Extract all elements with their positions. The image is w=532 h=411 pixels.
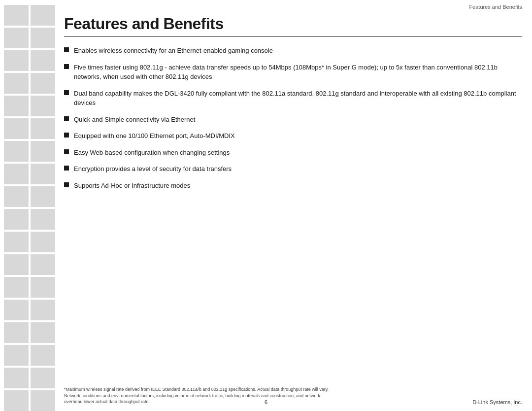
list-item: Equipped with one 10/100 Ethernet port, … <box>64 131 522 141</box>
grid-square <box>31 141 55 162</box>
grid-square <box>4 209 29 230</box>
grid-square <box>4 96 29 116</box>
grid-square <box>31 368 55 388</box>
grid-square <box>31 118 55 139</box>
bullet-text: Equipped with one 10/100 Ethernet port, … <box>74 131 522 141</box>
bullet-text: Easy Web-based configuration when changi… <box>74 148 522 158</box>
bullet-icon <box>64 182 69 187</box>
bullet-text: Enables wireless connectivity for an Eth… <box>74 46 522 56</box>
grid-square <box>31 5 55 26</box>
page-title: Features and Benefits <box>64 15 522 33</box>
list-item: Quick and Simple connectivity via Ethern… <box>64 115 522 125</box>
list-item: Five times faster using 802.11g - achiev… <box>64 63 522 82</box>
bullet-icon <box>64 90 69 95</box>
list-item: Enables wireless connectivity for an Eth… <box>64 46 522 56</box>
bullet-icon <box>64 116 69 121</box>
grid-square <box>31 164 55 184</box>
footer: *Maximum wireless signal rate derived fr… <box>64 386 522 405</box>
grid-square <box>31 96 55 116</box>
grid-square <box>31 345 55 366</box>
company-name: D-Link Systems, Inc. <box>472 399 522 405</box>
list-item: Supports Ad-Hoc or Infrastructure modes <box>64 181 522 191</box>
grid-square <box>4 368 29 388</box>
grid-square <box>4 5 29 26</box>
bullet-list: Enables wireless connectivity for an Eth… <box>64 46 522 190</box>
bullet-text: Dual band capability makes the DGL-3420 … <box>74 89 522 108</box>
bullet-text: Quick and Simple connectivity via Ethern… <box>74 115 522 125</box>
grid-square <box>4 300 29 320</box>
bullet-icon <box>64 166 69 171</box>
grid-square <box>4 28 29 48</box>
list-item: Encryption provides a level of security … <box>64 164 522 174</box>
list-item: Dual band capability makes the DGL-3420 … <box>64 89 522 108</box>
grid-square <box>4 186 29 207</box>
bullet-icon <box>64 64 69 69</box>
grid-square <box>31 322 55 343</box>
header-nav: Features and Benefits <box>469 4 522 10</box>
grid-square <box>4 232 29 252</box>
main-content: Features and Benefits Enables wireless c… <box>64 15 522 401</box>
grid-square <box>31 300 55 320</box>
bullet-text: Encryption provides a level of security … <box>74 164 522 174</box>
grid-square <box>4 164 29 184</box>
grid-square <box>4 322 29 343</box>
page-number: 6 <box>265 399 267 405</box>
header-nav-label: Features and Benefits <box>469 4 522 10</box>
grid-square <box>31 254 55 275</box>
grid-square <box>4 345 29 366</box>
grid-square <box>31 28 55 48</box>
grid-square <box>4 390 29 411</box>
bullet-icon <box>64 133 69 137</box>
grid-square <box>4 277 29 298</box>
grid-square <box>31 186 55 207</box>
grid-square <box>4 73 29 94</box>
title-underline <box>64 36 522 37</box>
grid-square <box>31 390 55 411</box>
grid-square <box>4 254 29 275</box>
grid-square <box>31 73 55 94</box>
bullet-text: Supports Ad-Hoc or Infrastructure modes <box>74 181 522 191</box>
footer-note: *Maximum wireless signal rate derived fr… <box>64 386 340 405</box>
grid-square <box>31 232 55 252</box>
grid-square <box>4 50 29 71</box>
grid-square <box>4 118 29 139</box>
bullet-text: Five times faster using 802.11g - achiev… <box>74 63 522 82</box>
grid-square <box>4 141 29 162</box>
bullet-icon <box>64 149 69 154</box>
decorative-grid <box>0 0 58 411</box>
grid-square <box>31 50 55 71</box>
grid-square <box>31 277 55 298</box>
bullet-icon <box>64 47 69 52</box>
grid-square <box>31 209 55 230</box>
list-item: Easy Web-based configuration when changi… <box>64 148 522 158</box>
